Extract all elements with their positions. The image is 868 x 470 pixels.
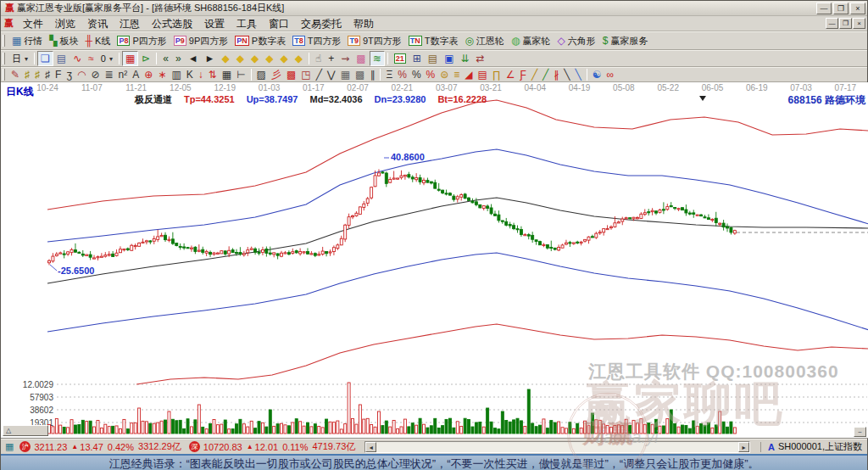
p-digit-table-button[interactable]: PNP数字表: [231, 33, 289, 48]
cycle-circle-tool[interactable]: ⊘: [88, 69, 102, 81]
infinity-button[interactable]: ∞: [604, 69, 617, 81]
period-selector[interactable]: 日▾: [8, 51, 31, 66]
data-download-button[interactable]: ⇊: [457, 51, 472, 66]
net-grid-tool[interactable]: ▩: [353, 69, 367, 81]
box-diagonal-tool[interactable]: ▨: [254, 69, 269, 81]
menu-item-7[interactable]: 工具: [231, 17, 263, 31]
diamond-expand-left-button[interactable]: ◆: [248, 51, 262, 66]
market-quotes-button[interactable]: ▦行情: [8, 33, 46, 48]
diamond-compress-button[interactable]: ◆: [276, 51, 291, 66]
diamond-zoom-out-button[interactable]: ◆: [218, 51, 232, 66]
toolbar-grip[interactable]: [3, 53, 5, 64]
kline-button[interactable]: ╫K线: [82, 33, 114, 48]
sectors-button[interactable]: ▚板块: [46, 33, 81, 48]
gann-grid2-tool[interactable]: ♯: [42, 69, 53, 81]
speed-line-tool[interactable]: ∠: [504, 69, 518, 81]
menu-item-9[interactable]: 交易委托: [295, 17, 348, 31]
retrace-percent-tool[interactable]: %: [395, 69, 409, 81]
notebook-button[interactable]: ▤: [425, 51, 441, 66]
span-ruler-tool[interactable]: ⊢: [234, 69, 248, 81]
menu-item-3[interactable]: 资讯: [81, 17, 114, 31]
spiral-tool[interactable]: ʒ: [64, 69, 75, 81]
close-button[interactable]: ×: [850, 3, 865, 14]
menu-item-8[interactable]: 窗口: [263, 17, 295, 31]
angle-tool[interactable]: A: [130, 69, 142, 81]
golden-circle-tool[interactable]: ⊜: [437, 69, 451, 81]
zigzag-tool[interactable]: ⋁: [325, 69, 338, 81]
kline-chart-svg[interactable]: 12.002957903386021930140.8600-25.6500: [1, 82, 868, 439]
calendar-button[interactable]: 21: [391, 51, 409, 66]
scroll-left-button[interactable]: ◂: [365, 442, 376, 452]
save-button[interactable]: ▣: [441, 51, 457, 66]
maximize-button[interactable]: ❐: [833, 3, 849, 14]
chart-scrollbar[interactable]: ◂ ▸: [364, 441, 750, 453]
hexagon-button[interactable]: ◇六角形: [554, 33, 598, 48]
dark-diagonal-tool[interactable]: ╲: [561, 69, 572, 81]
green-diagonal-tool[interactable]: ╱: [540, 69, 551, 81]
info-panel-button[interactable]: ▤: [53, 51, 70, 66]
time-ruler-tool[interactable]: ≣: [103, 69, 116, 81]
fibonacci-f-tool[interactable]: F: [53, 69, 64, 81]
pane-minimize-button[interactable]: −: [854, 427, 866, 437]
p-square-button[interactable]: P8P四方形: [114, 33, 170, 48]
n-square-tool[interactable]: n²: [116, 69, 131, 81]
drag-hand-button[interactable]: ☝: [312, 51, 325, 66]
toolbar-grip[interactable]: [3, 35, 5, 47]
grid-box-tool[interactable]: ▦: [220, 69, 234, 81]
fan-line-tool[interactable]: Ƒ: [518, 69, 529, 81]
star-burst-tool[interactable]: ∗: [155, 69, 169, 81]
t-square-button[interactable]: T8T四方形: [289, 33, 344, 48]
9t-square-button[interactable]: T99T四方形: [344, 33, 404, 48]
diamond-restore-button[interactable]: ◆: [292, 51, 306, 66]
chart-box-tool[interactable]: ▥: [169, 69, 183, 81]
golden-diagonal-tool[interactable]: ╱: [529, 69, 540, 81]
blue-diagonal-tool[interactable]: ╲: [573, 69, 584, 81]
exright-selector[interactable]: 0▾: [97, 51, 116, 66]
mdi-restore-button[interactable]: ❐: [839, 18, 852, 29]
main-chart-window-button[interactable]: ❏: [37, 51, 53, 66]
double-arrow-tool[interactable]: ⇅: [206, 69, 220, 81]
menu-item-5[interactable]: 公式选股: [146, 17, 198, 31]
parallel-lines-tool[interactable]: ∥: [367, 69, 377, 81]
winner-wheel-button[interactable]: ◍赢家轮: [508, 33, 554, 48]
minute-chart-button[interactable]: ∿: [70, 51, 85, 66]
arrow-mark-tool[interactable]: ↓: [196, 69, 206, 81]
gann-grid-tool[interactable]: ♯: [32, 69, 42, 81]
data-transfer-button[interactable]: ⇄: [473, 51, 488, 66]
gann-target-tool[interactable]: ⊕: [142, 69, 155, 81]
9p-square-button[interactable]: P99P四方形: [170, 33, 232, 48]
diamond-expand-right-button[interactable]: ◆: [262, 51, 276, 66]
set-square-tool[interactable]: ◢: [462, 69, 475, 81]
percent-tool[interactable]: %: [409, 69, 424, 81]
diamond-zoom-in-button[interactable]: ◆: [233, 51, 248, 66]
magnifier-button[interactable]: ▩: [353, 51, 369, 66]
toolbar-grip[interactable]: [3, 69, 5, 81]
golden-section-tool[interactable]: ≡: [451, 69, 462, 81]
font-size-icon[interactable]: A: [760, 442, 775, 452]
mdi-minimize-button[interactable]: —: [826, 18, 838, 29]
trend-line-tool[interactable]: ╱: [314, 69, 325, 81]
menu-item-2[interactable]: 浏览: [49, 17, 81, 31]
corner-box-tool[interactable]: ◳: [298, 69, 313, 81]
prev-kline-button[interactable]: ◄: [185, 51, 202, 66]
pane-expand-button[interactable]: △: [3, 425, 48, 436]
k-mark-tool[interactable]: K: [184, 69, 196, 81]
brush-tool[interactable]: ✎: [8, 69, 22, 81]
ratio-ruler-tool[interactable]: Ξ: [383, 69, 395, 81]
menu-item-4[interactable]: 江恩: [114, 17, 146, 31]
hatch-box-tool[interactable]: ▩: [284, 69, 298, 81]
menu-item-1[interactable]: 文件: [17, 17, 49, 31]
calculator-button[interactable]: ⊞: [409, 51, 425, 66]
pointer-tool-button[interactable]: ⇝: [337, 51, 353, 66]
menu-item-10[interactable]: 帮助: [348, 17, 380, 31]
crosshair-button[interactable]: +: [325, 51, 337, 66]
fine-grid-tool[interactable]: ▦: [338, 69, 353, 81]
taiji-button[interactable]: ☯: [590, 69, 604, 81]
scroll-right-button[interactable]: ▸: [738, 442, 749, 452]
mini-quote-icon[interactable]: ▦: [5, 441, 14, 452]
gann-wheel-button[interactable]: ◎江恩轮: [462, 33, 508, 48]
line-style-button[interactable]: ≋: [370, 51, 385, 66]
price-table-tool[interactable]: ▤: [476, 69, 490, 81]
coordinate-button[interactable]: ▦: [122, 51, 138, 66]
minimize-button[interactable]: —: [816, 3, 832, 14]
